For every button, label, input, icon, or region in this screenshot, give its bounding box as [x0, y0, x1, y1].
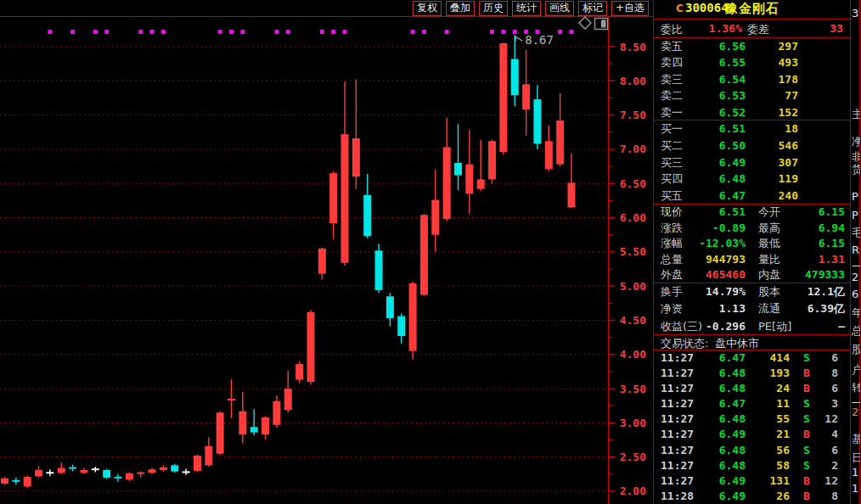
candle-body — [58, 468, 65, 473]
trade-volume: 193 — [740, 366, 790, 381]
sell-level-price[interactable]: 6.55 — [688, 54, 746, 70]
strip-glyph-7: 毛 — [852, 226, 860, 241]
trade-price: 6.48 — [688, 381, 746, 396]
candle-body — [375, 250, 383, 290]
event-marker-dot — [150, 30, 155, 34]
trade-row-4: 11:276.4855S12 — [654, 412, 850, 427]
menu-button-3[interactable]: 统计 — [512, 1, 541, 16]
buy-level-price[interactable]: 6.51 — [688, 120, 746, 137]
trade-status-label: 交易状态: — [661, 336, 708, 351]
buy-level-volume: 18 — [744, 120, 798, 137]
buy-level-price[interactable]: 6.50 — [688, 137, 746, 154]
fin-value: — — [784, 318, 845, 335]
quote-row-0: 现价6.51今开6.15 — [654, 204, 850, 221]
candle-body — [488, 141, 496, 179]
trade-row-2: 11:276.4824B6 — [654, 381, 850, 396]
buy-level-row-0[interactable]: 买一6.5118 — [654, 120, 850, 137]
candle-body — [307, 312, 314, 382]
buy-level-volume: 240 — [744, 188, 798, 204]
candle-body — [284, 389, 292, 410]
axis-tick-label: 4.00 — [620, 348, 646, 361]
candle-body — [341, 134, 349, 263]
sell-level-volume: 152 — [744, 104, 798, 120]
trade-row-3: 11:276.4711S3 — [654, 396, 850, 412]
menu-button-5[interactable]: 标记 — [578, 1, 607, 16]
sell-level-volume: 493 — [744, 54, 798, 70]
buy-level-price[interactable]: 6.47 — [688, 188, 746, 204]
trade-count: 8 — [813, 366, 838, 381]
candle-body — [239, 412, 246, 434]
strip-glyph-2: 净 — [852, 134, 860, 149]
candle-body — [556, 120, 564, 165]
stock-header[interactable]: C 300064 豫金刚石 — [654, 0, 850, 19]
quote-label: 最低 — [758, 236, 780, 252]
event-marker-dot — [161, 30, 166, 34]
trade-volume: 58 — [740, 458, 790, 473]
sell-level-row-1[interactable]: 卖四6.55493 — [654, 54, 850, 70]
menu-button-0[interactable]: 复权 — [413, 1, 442, 16]
buy-level-row-3[interactable]: 买四6.48119 — [654, 171, 850, 188]
annotation-arrow — [515, 36, 522, 41]
sell-level-volume: 178 — [744, 71, 798, 87]
sell-level-price[interactable]: 6.54 — [688, 71, 746, 87]
candle-body — [171, 465, 178, 471]
quote-value: 944793 — [678, 252, 746, 268]
buy-level-row-2[interactable]: 买三6.49307 — [654, 154, 850, 171]
sell-levels: 卖五6.56297卖四6.55493卖三6.54178卖二6.5377卖一6.5… — [654, 38, 850, 120]
quote-label: 量比 — [758, 252, 780, 268]
event-marker-dot — [343, 30, 347, 34]
menu-button-1[interactable]: 叠加 — [446, 1, 475, 16]
trade-status-row: 交易状态: 盘中休市 — [654, 335, 850, 350]
buy-level-price[interactable]: 6.49 — [688, 154, 746, 171]
tick-trade-list[interactable]: 11:276.47414S611:276.48193B811:276.4824B… — [654, 350, 850, 504]
buy-level-label: 买一 — [661, 120, 683, 137]
fin-row-1: 净资1.13流通6.39亿 — [654, 300, 850, 317]
candle-body — [420, 215, 428, 294]
sell-level-row-0[interactable]: 卖五6.56297 — [654, 38, 850, 54]
strip-glyph-21: 1 — [852, 466, 858, 479]
sell-level-price[interactable]: 6.52 — [688, 104, 746, 120]
candle-body — [397, 316, 405, 336]
buy-level-label: 买二 — [661, 137, 683, 154]
sell-level-row-4[interactable]: 卖一6.52152 — [654, 104, 850, 120]
trade-row-9: 11:286.4926B8 — [654, 489, 850, 504]
event-marker-dot — [138, 30, 143, 34]
event-marker-dot — [570, 30, 574, 34]
quote-row-4: 外盘465460内盘479333 — [654, 267, 850, 283]
menu-button-2[interactable]: 历史 — [479, 1, 508, 16]
diamond-icon[interactable] — [579, 17, 591, 29]
buy-level-label: 买三 — [661, 154, 683, 171]
candle-body — [149, 469, 156, 473]
event-marker-dot — [422, 30, 426, 34]
high-annotation-label: 8.67 — [525, 33, 554, 47]
buy-level-price[interactable]: 6.48 — [688, 171, 746, 188]
strip-glyph-4: 货 — [852, 162, 860, 177]
strip-glyph-10: 2 — [852, 271, 858, 283]
trade-count: 6 — [813, 381, 838, 396]
sell-level-row-3[interactable]: 卖二6.5377 — [654, 87, 850, 104]
trade-row-5: 11:276.4921B4 — [654, 427, 850, 442]
axis-tick-label: 7.00 — [620, 143, 646, 155]
weibi-row: 委比 1.36% 委差 33 — [654, 19, 850, 38]
candle-body — [454, 163, 462, 176]
candle-body — [126, 473, 133, 479]
candle-body — [352, 138, 360, 176]
strip-glyph-6: P — [852, 209, 858, 221]
sell-level-price[interactable]: 6.56 — [688, 38, 746, 54]
buy-level-row-1[interactable]: 买二6.50546 — [654, 137, 850, 154]
sell-level-row-2[interactable]: 卖三6.54178 — [654, 71, 850, 87]
quote-row-3: 总量944793量比1.31 — [654, 252, 850, 268]
sell-level-price[interactable]: 6.53 — [688, 87, 746, 104]
strip-glyph-13: 总 — [852, 323, 860, 339]
event-marker-dot — [240, 30, 245, 34]
menu-button-6[interactable]: +自选 — [611, 1, 649, 16]
axis-tick-label: 2.00 — [620, 484, 646, 497]
strip-glyph-14: 股 — [852, 342, 860, 357]
trade-count: 4 — [813, 427, 838, 442]
menu-button-4[interactable]: 画线 — [545, 1, 574, 16]
buy-level-row-4[interactable]: 买五6.47240 — [654, 188, 850, 204]
trade-price: 6.49 — [688, 489, 746, 504]
axis-tick-label: 6.00 — [620, 211, 646, 224]
strip-glyph-5: P — [852, 190, 858, 203]
strip-glyph-22: 1 — [852, 482, 858, 495]
